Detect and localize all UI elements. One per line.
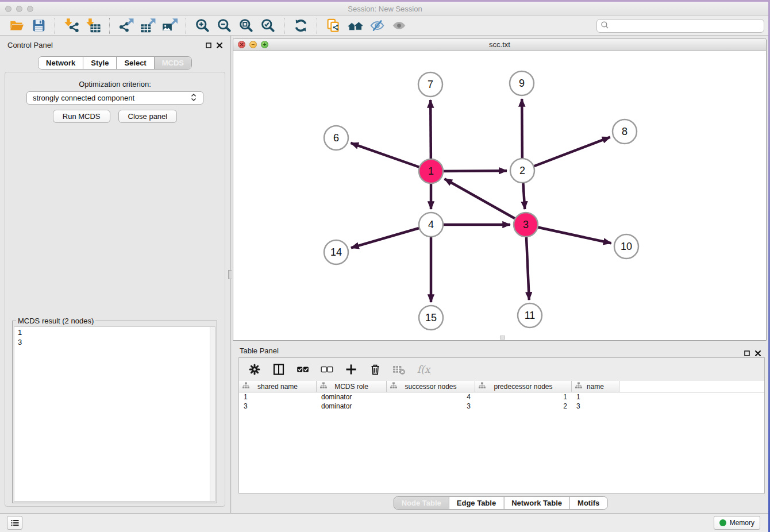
split-view-icon[interactable] (270, 361, 288, 378)
column-header-name[interactable]: name (572, 381, 619, 392)
tab-mcds[interactable]: MCDS (154, 57, 191, 69)
minimize-window-button[interactable] (16, 6, 22, 12)
edge-3-1[interactable] (445, 179, 526, 225)
import-network-icon[interactable] (62, 17, 80, 34)
mcds-result-area[interactable]: 1 3 (14, 326, 215, 502)
tab-node-table[interactable]: Node Table (394, 497, 449, 509)
toolbar-separator (55, 18, 55, 34)
zoom-window-button[interactable] (27, 6, 33, 12)
attribute-tree-icon (479, 382, 486, 391)
application-window: Session: New Session Control Panel Netwo… (0, 0, 770, 532)
column-header-successor-nodes[interactable]: successor nodes (387, 381, 475, 392)
graph-node-9[interactable]: 9 (510, 71, 534, 95)
export-network-icon[interactable] (117, 17, 135, 34)
table-cell[interactable]: 1 (239, 392, 317, 402)
copy-network-icon[interactable] (324, 17, 342, 34)
table-row[interactable]: 1dominator411 (239, 392, 764, 402)
graph-node-10[interactable]: 10 (614, 234, 638, 259)
hide-selected-icon[interactable] (368, 17, 386, 34)
control-panel-title: Control Panel (7, 41, 53, 49)
add-row-icon[interactable] (342, 361, 360, 378)
settings-icon[interactable] (245, 361, 264, 378)
graph-node-2[interactable]: 2 (510, 159, 534, 183)
graph-node-6[interactable]: 6 (324, 126, 348, 150)
table-cell[interactable]: 1 (572, 392, 619, 402)
optimization-criterion-select[interactable]: strongly connected component (26, 91, 203, 105)
tab-select[interactable]: Select (116, 57, 153, 69)
zoom-out-icon[interactable] (215, 17, 233, 34)
deselect-all-icon[interactable] (318, 361, 336, 378)
tab-edge-table[interactable]: Edge Table (449, 497, 503, 509)
network-window-title: scc.txt (233, 38, 766, 51)
edge-3-10[interactable] (526, 225, 611, 243)
network-canvas[interactable]: 7968124314101511 (233, 51, 766, 340)
canvas-resize-grip[interactable] (500, 336, 505, 340)
attribute-tree-icon (390, 382, 397, 391)
table-panel: Table Panel f(x) shared nameMCDS rolesuc… (233, 344, 768, 509)
network-window-titlebar[interactable]: ✕ − + scc.txt (233, 38, 766, 51)
column-header-shared-name[interactable]: shared name (239, 381, 317, 392)
delete-row-icon[interactable] (366, 361, 384, 378)
import-table-icon[interactable] (84, 17, 102, 34)
svg-text:1: 1 (428, 165, 434, 177)
close-panel-icon[interactable] (216, 41, 223, 51)
network-minimize-button[interactable]: − (249, 41, 257, 48)
function-builder-icon: f(x) (414, 361, 433, 378)
table-panel-title: Table Panel (240, 346, 279, 355)
close-panel-button[interactable]: Close panel (118, 110, 178, 123)
edge-2-8[interactable] (522, 137, 610, 171)
select-all-icon[interactable] (294, 361, 312, 378)
svg-text:6: 6 (333, 132, 339, 144)
tab-motifs[interactable]: Motifs (569, 497, 607, 509)
tab-network-table[interactable]: Network Table (503, 497, 569, 509)
search-input[interactable] (611, 22, 760, 30)
svg-text:9: 9 (519, 78, 525, 89)
apply-layout-icon[interactable] (291, 17, 310, 34)
open-session-icon[interactable] (7, 17, 26, 34)
svg-text:7: 7 (428, 79, 433, 90)
graph-node-3[interactable]: 3 (514, 213, 538, 237)
table-cell[interactable]: 4 (387, 392, 475, 402)
zoom-fit-icon[interactable] (237, 17, 255, 34)
optimization-criterion-label: Optimization criterion: (5, 80, 225, 88)
float-panel-icon[interactable] (205, 41, 212, 51)
toolbar-separator (109, 18, 110, 34)
table-cell[interactable]: 3 (239, 402, 317, 411)
table-cell[interactable]: 3 (387, 402, 475, 411)
svg-text:15: 15 (425, 312, 437, 323)
table-cell[interactable]: 1 (475, 392, 572, 402)
show-panels-menu-button[interactable] (7, 516, 22, 530)
table-cell[interactable]: 2 (475, 402, 572, 411)
table-row[interactable]: 3dominator323 (239, 402, 764, 411)
table-cell[interactable]: dominator (317, 402, 387, 411)
zoom-in-icon[interactable] (193, 17, 211, 34)
run-mcds-button[interactable]: Run MCDS (53, 110, 110, 123)
graph-node-8[interactable]: 8 (613, 119, 637, 144)
result-scrollbar[interactable] (210, 327, 215, 501)
graph-node-7[interactable]: 7 (418, 72, 442, 97)
graph-node-4[interactable]: 4 (419, 213, 443, 237)
network-close-button[interactable]: ✕ (238, 41, 245, 48)
save-session-icon[interactable] (29, 17, 48, 34)
table-cell[interactable]: 3 (572, 402, 619, 411)
table-cell[interactable]: dominator (317, 392, 387, 402)
svg-text:10: 10 (621, 241, 632, 252)
close-window-button[interactable] (5, 6, 11, 12)
column-header-MCDS-role[interactable]: MCDS role (317, 381, 387, 392)
column-header-predecessor-nodes[interactable]: predecessor nodes (475, 381, 572, 392)
graph-node-1[interactable]: 1 (419, 159, 443, 183)
network-graph[interactable]: 7968124314101511 (233, 51, 766, 340)
tab-network[interactable]: Network (38, 57, 83, 69)
export-table-icon[interactable] (138, 17, 157, 34)
status-bar: Memory (0, 513, 770, 532)
memory-button[interactable]: Memory (714, 516, 760, 530)
tab-style[interactable]: Style (83, 57, 116, 69)
network-maximize-button[interactable]: + (261, 41, 268, 48)
graph-node-11[interactable]: 11 (518, 303, 542, 327)
show-all-networks-icon[interactable] (346, 17, 364, 34)
zoom-selected-icon[interactable] (259, 17, 277, 34)
graph-node-14[interactable]: 14 (324, 240, 348, 264)
graph-node-15[interactable]: 15 (419, 306, 443, 330)
export-image-icon[interactable] (160, 17, 179, 34)
search-box[interactable] (596, 19, 764, 33)
